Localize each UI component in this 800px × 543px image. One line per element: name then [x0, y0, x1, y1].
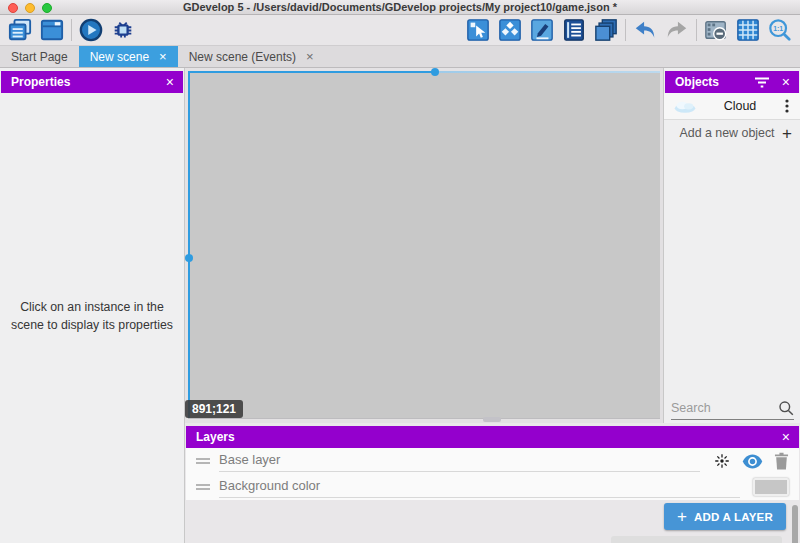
scene-window-icon[interactable]: [39, 17, 65, 43]
undo-icon[interactable]: [632, 17, 658, 43]
redo-icon[interactable]: [664, 17, 690, 43]
objects-search-bar[interactable]: [671, 397, 794, 420]
zoom-window-button[interactable]: [42, 3, 52, 13]
drag-handle-icon[interactable]: [196, 482, 210, 492]
tab-label: New scene: [90, 50, 149, 64]
tab-close-icon[interactable]: ×: [159, 50, 167, 63]
close-window-button[interactable]: [8, 3, 18, 13]
effects-flare-icon[interactable]: [713, 452, 731, 470]
selection-handle-bottom[interactable]: [483, 417, 501, 422]
layer-name-field[interactable]: Background color: [219, 474, 740, 498]
close-icon[interactable]: ×: [782, 430, 790, 444]
titlebar: GDevelop 5 - /Users/david/Documents/GDev…: [0, 0, 800, 15]
scene-canvas-area[interactable]: 891;121: [185, 68, 660, 420]
toolbar-separator: [625, 19, 626, 41]
zoom-1to1-icon[interactable]: 1:1: [767, 17, 793, 43]
gdevelop-window: GDevelop 5 - /Users/david/Documents/GDev…: [0, 0, 800, 543]
traffic-lights: [8, 3, 52, 13]
grid-icon[interactable]: [735, 17, 761, 43]
tab-label: New scene (Events): [189, 50, 296, 64]
objects-panel-title: Objects: [675, 75, 719, 89]
window-title: GDevelop 5 - /Users/david/Documents/GDev…: [0, 0, 800, 14]
layer-row-actions: [713, 452, 789, 470]
tabbar: Start Page New scene × New scene (Events…: [0, 46, 800, 68]
magnifier-icon: [778, 400, 794, 416]
layer-name: Base layer: [219, 452, 280, 467]
properties-panel-title: Properties: [11, 75, 70, 89]
layers-stack-icon[interactable]: [593, 17, 619, 43]
object-name: Cloud: [700, 99, 780, 113]
minimize-window-button[interactable]: [25, 3, 35, 13]
cloud-icon: [670, 100, 700, 113]
add-layer-button[interactable]: + ADD A LAYER: [664, 503, 786, 530]
layers-panel: Layers × Base layer: [185, 423, 800, 543]
plus-icon: +: [782, 125, 792, 142]
add-layer-label: ADD A LAYER: [694, 511, 773, 523]
toolbar-separator: [696, 19, 697, 41]
layer-row-background[interactable]: Background color: [186, 474, 799, 500]
select-instances-icon[interactable]: [465, 17, 491, 43]
svg-text:1:1: 1:1: [773, 25, 783, 32]
tab-close-icon[interactable]: ×: [306, 50, 314, 63]
trash-icon[interactable]: [774, 452, 789, 470]
objects-panel: Objects × Cloud Add a new object +: [663, 68, 800, 423]
visibility-eye-icon[interactable]: [742, 453, 763, 470]
filter-icon[interactable]: [754, 76, 770, 89]
layer-name: Background color: [219, 478, 320, 493]
editor-content: Properties × Click on an instance in the…: [0, 68, 800, 543]
objects-cubes-icon[interactable]: [497, 17, 523, 43]
vertical-scrollbar[interactable]: [792, 505, 798, 543]
play-icon[interactable]: [78, 17, 104, 43]
mask-frame-icon[interactable]: [703, 17, 729, 43]
cursor-coordinates-label: 891;121: [185, 400, 243, 418]
selection-handle-top[interactable]: [431, 68, 439, 76]
project-manager-icon[interactable]: [7, 17, 33, 43]
layer-row-base[interactable]: Base layer: [186, 448, 799, 474]
kebab-menu-icon[interactable]: [780, 98, 794, 114]
objects-panel-header: Objects ×: [665, 71, 799, 93]
plus-icon: +: [677, 508, 687, 525]
properties-hint-text: Click on an instance in the scene to dis…: [8, 298, 176, 335]
selection-top-edge: [188, 71, 660, 73]
object-list-item-cloud[interactable]: Cloud: [664, 93, 800, 120]
tab-start-page[interactable]: Start Page: [0, 46, 79, 67]
layers-list: Base layer Background color: [186, 448, 799, 500]
tab-new-scene[interactable]: New scene ×: [79, 46, 178, 67]
add-object-button[interactable]: Add a new object +: [664, 120, 800, 146]
add-lighting-layer-button[interactable]: + ADD LIGHTING LAYER: [611, 536, 782, 543]
scene-canvas[interactable]: 891;121: [188, 71, 660, 419]
debug-icon[interactable]: [110, 17, 136, 43]
toolbar-separator: [71, 19, 72, 41]
layer-name-field[interactable]: Base layer: [219, 448, 700, 472]
properties-panel-header: Properties ×: [1, 71, 183, 93]
properties-panel: Properties × Click on an instance in the…: [0, 68, 185, 543]
tab-new-scene-events[interactable]: New scene (Events) ×: [178, 46, 325, 67]
close-icon[interactable]: ×: [166, 75, 174, 89]
properties-list-icon[interactable]: [561, 17, 587, 43]
selection-left-edge: [188, 71, 190, 418]
close-icon[interactable]: ×: [782, 75, 790, 89]
drag-handle-icon[interactable]: [196, 456, 210, 466]
edit-scene-icon[interactable]: [529, 17, 555, 43]
background-color-swatch[interactable]: [753, 478, 789, 496]
main-toolbar: 1:1: [0, 15, 800, 46]
layers-panel-title: Layers: [196, 430, 235, 444]
objects-search-input[interactable]: [671, 401, 778, 415]
layers-panel-header: Layers ×: [186, 426, 799, 448]
tab-label: Start Page: [11, 50, 68, 64]
selection-handle-left[interactable]: [185, 254, 193, 262]
add-object-label: Add a new object: [672, 126, 782, 140]
